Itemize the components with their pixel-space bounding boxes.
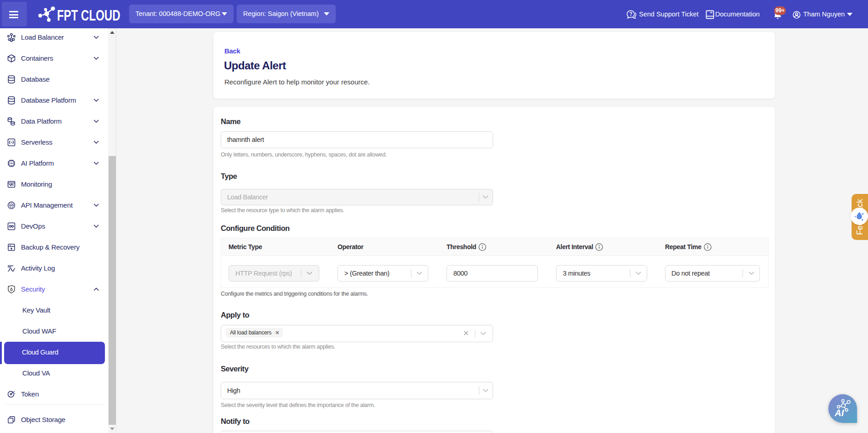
svg-text:AI: AI xyxy=(834,408,844,418)
svg-text:AI: AI xyxy=(10,162,13,165)
svg-text:API: API xyxy=(10,204,13,207)
